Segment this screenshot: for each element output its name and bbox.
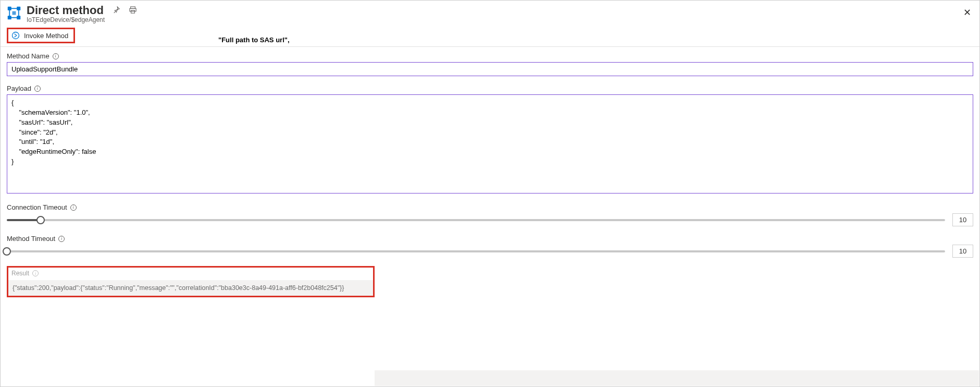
method-timeout-label: Method Timeout <box>7 235 55 243</box>
svg-rect-3 <box>17 16 20 19</box>
breadcrumb: IoTEdgeDevice/$edgeAgent <box>27 16 137 23</box>
info-icon[interactable]: i <box>32 270 39 276</box>
svg-rect-7 <box>9 10 10 16</box>
svg-point-12 <box>13 32 19 39</box>
result-section: Result i {"status":200,"payload":{"statu… <box>7 266 375 297</box>
method-name-input[interactable] <box>7 62 973 76</box>
svg-rect-6 <box>11 17 17 18</box>
info-icon[interactable]: i <box>58 236 65 242</box>
info-icon[interactable]: i <box>34 86 41 92</box>
method-name-field: Method Name i <box>7 52 973 76</box>
pin-icon[interactable] <box>113 6 120 15</box>
svg-rect-10 <box>130 8 136 11</box>
svg-rect-1 <box>17 7 20 10</box>
footer-bg <box>375 370 979 386</box>
method-timeout-value[interactable]: 10 <box>952 245 973 258</box>
result-output: {"status":200,"payload":{"status":"Runni… <box>13 284 369 292</box>
info-icon[interactable]: i <box>53 53 59 59</box>
print-icon[interactable] <box>129 6 137 15</box>
svg-rect-8 <box>18 10 19 16</box>
invoke-method-button[interactable]: Invoke Method <box>7 28 75 43</box>
floating-note: "Full path to SAS url", <box>218 36 290 44</box>
page-title: Direct method <box>27 4 104 17</box>
result-label: Result <box>11 270 29 277</box>
method-timeout-field: Method Timeout i 10 <box>7 235 973 258</box>
method-name-label: Method Name <box>7 52 49 60</box>
blade-header: Direct method IoTEdgeDevice/$edgeAgent ✕ <box>1 1 979 25</box>
invoke-method-label: Invoke Method <box>24 32 68 40</box>
svg-rect-5 <box>11 8 17 9</box>
connection-timeout-slider[interactable] <box>7 215 945 225</box>
toolbar: Invoke Method <box>1 25 979 47</box>
payload-input[interactable] <box>7 94 973 194</box>
connection-timeout-field: Connection Timeout i 10 <box>7 203 973 226</box>
connection-timeout-label: Connection Timeout <box>7 203 67 211</box>
invoke-icon <box>11 31 20 40</box>
connection-timeout-value[interactable]: 10 <box>952 213 973 226</box>
info-icon[interactable]: i <box>70 204 77 211</box>
payload-field: Payload i <box>7 84 973 195</box>
svg-rect-11 <box>131 10 134 13</box>
svg-rect-2 <box>8 16 11 19</box>
direct-method-icon <box>7 6 21 20</box>
svg-rect-0 <box>8 7 11 10</box>
content: Method Name i Payload i Connection Timeo… <box>1 47 979 297</box>
payload-label: Payload <box>7 84 31 92</box>
svg-rect-4 <box>13 11 16 15</box>
method-timeout-slider[interactable] <box>7 246 945 257</box>
close-icon[interactable]: ✕ <box>963 7 971 18</box>
title-block: Direct method IoTEdgeDevice/$edgeAgent <box>27 4 137 23</box>
